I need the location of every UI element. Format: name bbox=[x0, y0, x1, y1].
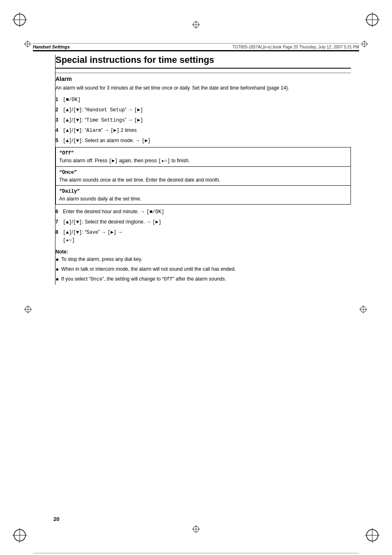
step-6-number: 6 bbox=[55, 208, 63, 216]
note-item-1: ● To stop the alarm, press any dial key. bbox=[55, 256, 351, 264]
info-box-off: “Off” Turns alarm off. Press [►] again, … bbox=[55, 147, 351, 167]
info-box-once: “Once” The alarm sounds once at the set … bbox=[55, 167, 351, 186]
top-center-crosshair bbox=[192, 21, 200, 30]
step-3: 3 [▲]/[▼]: “Time Settings” → [►] bbox=[55, 116, 351, 124]
header-section-label: Handset Settings bbox=[33, 44, 70, 49]
step-7: 7 [▲]/[▼]: Select the desired ringtone. … bbox=[55, 218, 351, 226]
step-8: 8 [▲]/[▼]: “Save” → [►] → [★○] bbox=[55, 228, 351, 244]
reg-mark-bl bbox=[12, 528, 27, 543]
content-area: Special instructions for time settings A… bbox=[33, 51, 359, 288]
info-box-once-text: The alarm sounds once at the set time. E… bbox=[59, 177, 220, 183]
step-7-number: 7 bbox=[55, 218, 63, 226]
file-info: TGT855-1857AL(e-e).book Page 20 Thursday… bbox=[232, 45, 359, 49]
info-box-off-text: Turns alarm off. Press [►] again, then p… bbox=[59, 158, 190, 164]
step-7-content: [▲]/[▼]: Select the desired ringtone. → … bbox=[63, 218, 351, 226]
step-4: 4 [▲]/[▼]: “Alarm” → [►] 2 times bbox=[55, 127, 351, 134]
step-8-number: 8 bbox=[55, 228, 63, 244]
step-1-content: [■/OK] bbox=[63, 96, 351, 104]
note-label: Note: bbox=[55, 248, 351, 256]
reg-mark-tr bbox=[365, 12, 380, 27]
page: Handset Settings TGT855-1857AL(e-e).book… bbox=[0, 0, 392, 555]
step-5-number: 5 bbox=[55, 137, 63, 145]
bottom-rule bbox=[33, 553, 359, 555]
left-margin bbox=[33, 55, 55, 285]
note-text-2: When in talk or intercom mode, the alarm… bbox=[61, 265, 236, 274]
step-6-content: Enter the desired hour and minute. → [■/… bbox=[63, 208, 351, 216]
header-left-crosshair bbox=[24, 40, 31, 49]
section-title: Special instructions for time settings bbox=[55, 55, 351, 69]
steps-list-2: 6 Enter the desired hour and minute. → [… bbox=[55, 208, 351, 244]
bullet-2: ● bbox=[55, 265, 61, 274]
info-box-once-title: “Once” bbox=[59, 170, 77, 175]
info-boxes: “Off” Turns alarm off. Press [►] again, … bbox=[55, 147, 351, 205]
step-4-number: 4 bbox=[55, 127, 63, 134]
info-box-off-title: “Off” bbox=[59, 150, 74, 156]
step-2-number: 2 bbox=[55, 106, 63, 114]
right-mid-crosshair bbox=[359, 305, 367, 315]
step-3-number: 3 bbox=[55, 116, 63, 124]
header-right-crosshair bbox=[361, 40, 368, 49]
step-4-content: [▲]/[▼]: “Alarm” → [►] 2 times bbox=[63, 127, 351, 134]
step-8-content: [▲]/[▼]: “Save” → [►] → [★○] bbox=[63, 228, 351, 244]
reg-mark-br bbox=[365, 528, 380, 543]
step-5-content: [▲]/[▼]: Select an alarm mode. → [►] bbox=[63, 137, 351, 145]
alarm-rule bbox=[55, 73, 351, 73]
info-box-daily-text: An alarm sounds daily at the set time. bbox=[59, 196, 141, 202]
note-text-1: To stop the alarm, press any dial key. bbox=[61, 256, 142, 264]
steps-list: 1 [■/OK] 2 [▲]/[▼]: “Handset Setup” → [►… bbox=[55, 96, 351, 145]
bullet-3: ● bbox=[55, 275, 61, 283]
note-text-3: If you select “Once”, the setting will c… bbox=[61, 275, 226, 283]
bottom-center-crosshair bbox=[192, 525, 200, 534]
main-content: Special instructions for time settings A… bbox=[55, 55, 359, 285]
note-section: Note: ● To stop the alarm, press any dia… bbox=[55, 248, 351, 283]
info-box-daily: “Daily” An alarm sounds daily at the set… bbox=[55, 186, 351, 205]
note-item-2: ● When in talk or intercom mode, the ala… bbox=[55, 265, 351, 274]
page-number: 20 bbox=[53, 516, 59, 522]
left-mid-crosshair bbox=[24, 305, 32, 315]
step-1: 1 [■/OK] bbox=[55, 96, 351, 104]
info-box-daily-title: “Daily” bbox=[59, 189, 80, 194]
note-item-3: ● If you select “Once”, the setting will… bbox=[55, 275, 351, 283]
reg-mark-tl bbox=[12, 12, 27, 27]
bullet-1: ● bbox=[55, 256, 61, 264]
step-1-number: 1 bbox=[55, 96, 63, 104]
step-6: 6 Enter the desired hour and minute. → [… bbox=[55, 208, 351, 216]
step-5: 5 [▲]/[▼]: Select an alarm mode. → [►] bbox=[55, 137, 351, 145]
step-2: 2 [▲]/[▼]: “Handset Setup” → [►] bbox=[55, 106, 351, 114]
step-1-code: [■/OK] bbox=[63, 97, 81, 103]
alarm-intro: An alarm will sound for 3 minutes at the… bbox=[55, 84, 351, 92]
alarm-heading: Alarm bbox=[55, 76, 351, 82]
step-2-content: [▲]/[▼]: “Handset Setup” → [►] bbox=[63, 106, 351, 114]
step-3-content: [▲]/[▼]: “Time Settings” → [►] bbox=[63, 116, 351, 124]
